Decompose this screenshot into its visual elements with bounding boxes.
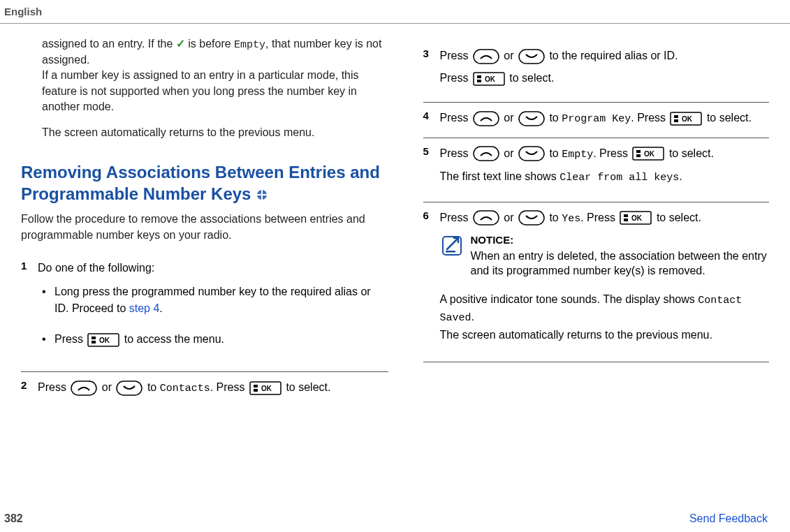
text: Press [440, 72, 471, 84]
step-1: 1 Do one of the following: • Long press … [21, 253, 388, 371]
step-4: 4 Press or to Program Key. Press to sele… [423, 102, 770, 138]
text: to [546, 212, 562, 223]
ok-button-icon [249, 381, 281, 395]
text: Press [54, 333, 86, 345]
right-column: 3 Press or to the required alias or ID. … [423, 36, 770, 407]
up-button-icon [473, 210, 499, 226]
step-number: 3 [423, 47, 440, 92]
up-button-icon [473, 146, 499, 161]
step-body: Press or to Yes. Press to select. NOTICE… [440, 209, 770, 349]
text: Press [440, 212, 471, 223]
notice-block: NOTICE: When an entry is deleted, the as… [440, 232, 770, 284]
text: . Press [210, 381, 248, 393]
text: The screen automatically returns to the … [440, 329, 712, 341]
text: to select. [283, 381, 330, 393]
clear-keys-label: Clear from all keys [559, 172, 679, 184]
text: Press [440, 50, 471, 61]
text: . Press [631, 112, 668, 124]
text: Long press the programmed number key to … [54, 286, 371, 314]
send-feedback-link[interactable]: Send Feedback [689, 512, 768, 525]
step-6: 6 Press or to Yes. Press to select. NOTI… [423, 202, 770, 359]
page-number: 382 [4, 512, 23, 525]
intro-text: If a number key is assigned to an entry … [42, 69, 359, 112]
bullet-text: Press to access the menu. [54, 331, 224, 348]
page-footer: 382 Send Feedback [0, 512, 790, 525]
notice-text: NOTICE: When an entry is deleted, the as… [471, 232, 770, 284]
step-body: Do one of the following: • Long press th… [38, 260, 388, 362]
text: The first text line shows [440, 170, 560, 182]
text: to [144, 381, 159, 393]
text: . Press [580, 212, 618, 223]
up-button-icon [473, 111, 499, 126]
text: or [98, 381, 115, 393]
up-button-icon [71, 380, 97, 396]
text: Press [38, 381, 69, 393]
text: A positive indicator tone sounds. The di… [440, 293, 698, 305]
ok-button-icon [87, 333, 119, 347]
text: to select. [653, 212, 701, 223]
intro-text: assigned to an entry. If the [42, 38, 176, 50]
notice-icon [440, 234, 464, 263]
text: to the required alias or ID. [546, 50, 678, 61]
step-2: 2 Press or to Contacts. Press to select. [21, 371, 388, 407]
bullet-text: Long press the programmed number key to … [54, 283, 388, 317]
text: or [501, 147, 517, 159]
text: or [501, 212, 517, 223]
step-body: Press or to Contacts. Press to select. [38, 379, 388, 397]
step-4-link[interactable]: step 4 [129, 302, 160, 314]
yes-label: Yes [562, 213, 580, 225]
step-body: Press or to the required alias or ID. Pr… [440, 47, 770, 92]
program-key-label: Program Key [562, 113, 631, 125]
bullet-item: • Long press the programmed number key t… [38, 283, 388, 317]
up-button-icon [473, 49, 499, 64]
bullet-dot: • [38, 283, 54, 317]
step-number: 5 [423, 145, 440, 192]
intro-paragraph-2: The screen automatically returns to the … [42, 125, 388, 140]
left-column: assigned to an entry. If the ✓ is before… [21, 36, 388, 407]
section-subtext: Follow the procedure to remove the assoc… [21, 212, 388, 243]
heading-text: Removing Associations Between Entries an… [21, 163, 380, 203]
step-number: 2 [21, 379, 38, 397]
down-button-icon [518, 146, 545, 161]
notice-body: When an entry is deleted, the associatio… [471, 249, 770, 279]
step-body: Press or to Empty. Press to select. The … [440, 145, 770, 192]
text: to select. [506, 72, 554, 84]
section-heading: Removing Associations Between Entries an… [21, 161, 388, 205]
text: to select. [666, 147, 713, 159]
down-button-icon [518, 49, 545, 64]
down-button-icon [518, 111, 545, 126]
text: . Press [593, 147, 631, 159]
notice-label: NOTICE: [471, 232, 770, 249]
bullet-dot: • [38, 331, 54, 348]
step-number: 4 [423, 110, 440, 128]
step-5: 5 Press or to Empty. Press to select. Th… [423, 138, 770, 202]
text: to select. [703, 112, 751, 124]
check-icon: ✓ [176, 38, 185, 50]
down-button-icon [518, 210, 545, 226]
text: to [546, 112, 562, 124]
empty-label: Empty [234, 39, 265, 51]
language-label: English [4, 6, 42, 17]
text: Press [440, 112, 471, 124]
text: or [501, 50, 517, 61]
step-lead: Do one of the following: [38, 260, 388, 276]
intro-text: is before [185, 38, 234, 50]
section-end-rule [423, 362, 770, 362]
text: Press [440, 147, 471, 159]
text: to access the menu. [121, 333, 224, 345]
globe-icon [257, 190, 267, 200]
step-body: Press or to Program Key. Press to select… [440, 110, 770, 128]
page-header: English [0, 0, 790, 24]
empty-label: Empty [562, 149, 593, 161]
intro-paragraph-1: assigned to an entry. If the ✓ is before… [42, 36, 388, 115]
ok-button-icon [670, 112, 702, 126]
step-number: 1 [21, 260, 38, 362]
step-3: 3 Press or to the required alias or ID. … [423, 40, 770, 102]
down-button-icon [116, 380, 142, 396]
ok-button-icon [620, 211, 652, 225]
text: . [679, 170, 682, 182]
ok-button-icon [473, 72, 505, 86]
step-number: 6 [423, 209, 440, 349]
text: . [159, 302, 162, 314]
text: or [501, 112, 517, 124]
